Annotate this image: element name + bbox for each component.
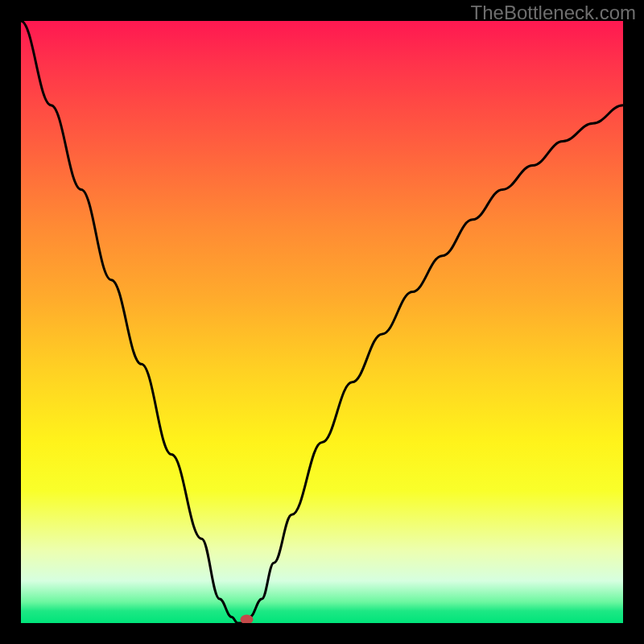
bottleneck-curve-path bbox=[21, 21, 623, 623]
chart-frame: TheBottleneck.com bbox=[0, 0, 644, 644]
bottleneck-curve-svg bbox=[21, 21, 623, 623]
plot-area bbox=[21, 21, 623, 623]
watermark-text: TheBottleneck.com bbox=[471, 2, 636, 24]
